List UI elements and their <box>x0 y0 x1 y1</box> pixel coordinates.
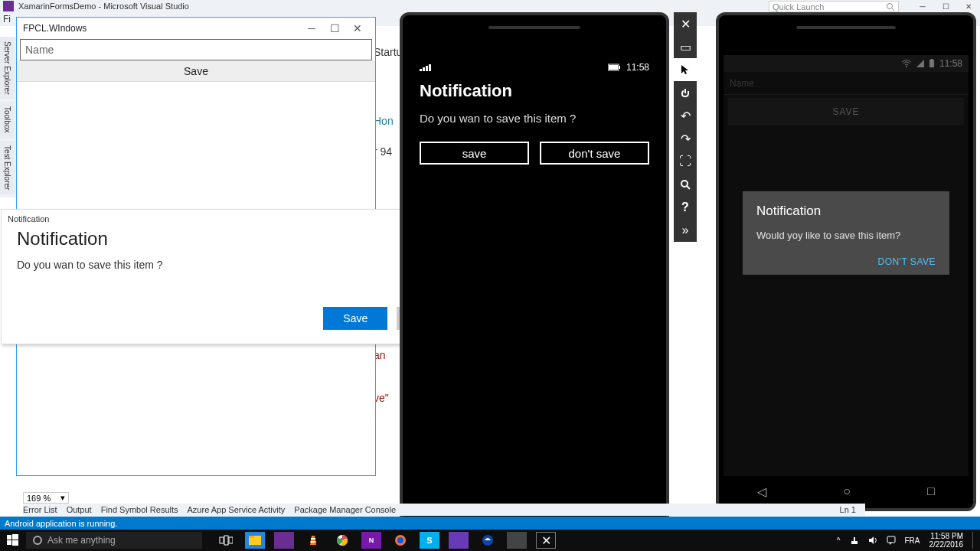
paint-icon[interactable] <box>478 532 498 549</box>
help-icon[interactable]: ? <box>674 196 697 219</box>
close-icon[interactable]: ✕ <box>346 22 369 34</box>
tab-pkg-manager[interactable]: Package Manager Console <box>294 505 396 514</box>
svg-rect-21 <box>220 537 224 543</box>
close-icon[interactable]: ✕ <box>957 1 980 12</box>
action-center-icon[interactable] <box>887 536 896 545</box>
zoom-icon[interactable] <box>674 173 697 196</box>
svg-point-11 <box>681 181 688 187</box>
app-icon[interactable] <box>449 532 469 549</box>
skype-icon[interactable]: S <box>420 532 439 549</box>
svg-rect-23 <box>229 537 233 543</box>
vs-title: XamarinFormsDemo - Microsoft Visual Stud… <box>18 2 189 11</box>
svg-point-20 <box>34 536 41 544</box>
wp-save-button[interactable]: save <box>420 142 529 165</box>
back-icon[interactable]: ◁ <box>757 484 766 499</box>
svg-rect-25 <box>249 536 254 538</box>
rotate-left-icon[interactable]: ↶ <box>674 104 697 127</box>
svg-rect-35 <box>887 536 895 543</box>
onenote-icon[interactable]: N <box>361 532 381 549</box>
firefox-icon[interactable] <box>390 532 410 549</box>
name-input[interactable]: Name <box>20 39 372 60</box>
vs-title-bar: XamarinFormsDemo - Microsoft Visual Stud… <box>0 0 980 12</box>
side-test-explorer[interactable]: Test Explorer <box>0 141 15 194</box>
search-icon <box>886 2 895 11</box>
battery-icon <box>608 64 622 71</box>
tab-error-list[interactable]: Error List <box>23 505 57 514</box>
network-icon[interactable] <box>850 536 859 545</box>
tray-expand-icon[interactable]: ^ <box>837 536 841 545</box>
vs-logo-icon <box>3 1 14 11</box>
tab-find-symbol[interactable]: Find Symbol Results <box>101 505 178 514</box>
android-notification-dialog: Notification Would yoy like to save this… <box>743 191 949 275</box>
svg-rect-19 <box>12 540 18 546</box>
fit-screen-icon[interactable]: ⛶ <box>674 150 697 173</box>
svg-rect-16 <box>7 535 11 540</box>
recent-icon[interactable]: □ <box>927 484 935 498</box>
side-toolbox[interactable]: Toolbox <box>0 102 15 137</box>
rotate-right-icon[interactable]: ↷ <box>674 127 697 150</box>
vs-lncol: Ln 1 <box>840 505 856 514</box>
wp-message: Do you wan to save this item ? <box>420 112 649 125</box>
wp-dont-save-button[interactable]: don't save <box>540 142 649 165</box>
pointer-icon[interactable] <box>674 58 697 81</box>
explorer-icon[interactable] <box>245 532 265 549</box>
save-button[interactable]: Save <box>17 60 375 82</box>
close-icon[interactable]: ✕ <box>674 12 697 35</box>
svg-point-0 <box>887 3 893 8</box>
expand-icon[interactable]: » <box>674 219 697 242</box>
app-icon[interactable] <box>507 532 527 549</box>
keyboard-lang[interactable]: FRA <box>905 536 920 545</box>
chrome-icon[interactable] <box>332 532 352 549</box>
save-button[interactable]: Save <box>323 307 387 330</box>
vs-status-bar: Android application is running. <box>0 517 980 530</box>
volume-icon[interactable] <box>868 536 877 545</box>
android-dont-save-button[interactable]: DON'T SAVE <box>877 256 936 267</box>
clock[interactable]: 11:58 PM 2/22/2016 <box>929 532 964 549</box>
svg-rect-4 <box>619 66 620 69</box>
side-server-explorer[interactable]: Server Explorer <box>0 37 15 99</box>
home-icon[interactable]: ○ <box>843 484 851 498</box>
app-title: FPCL.WIndows <box>23 23 87 34</box>
android-dialog-message: Would yoy like to save this item? <box>756 230 936 241</box>
windows-taskbar: Ask me anything N S ✕ ^ FRA 11:58 PM 2/2… <box>0 530 980 551</box>
svg-point-31 <box>397 537 403 543</box>
vs-side-tabs: Server Explorer Toolbox Test Explorer <box>0 37 17 197</box>
svg-rect-18 <box>7 540 11 545</box>
wp-emulator-toolbar: ✕ ▭ ↶ ↷ ⛶ ? » <box>674 12 697 242</box>
android-dialog-title: Notification <box>756 204 936 219</box>
svg-rect-26 <box>311 538 315 540</box>
show-desktop[interactable] <box>972 532 977 549</box>
svg-rect-27 <box>311 541 316 543</box>
task-view-icon[interactable] <box>216 532 236 549</box>
tab-azure-service[interactable]: Azure App Service Activity <box>188 505 286 514</box>
start-button[interactable] <box>0 534 26 546</box>
minimize-icon[interactable]: ▭ <box>674 35 697 58</box>
cortana-icon <box>32 535 43 546</box>
svg-line-1 <box>892 8 894 11</box>
touch-icon[interactable] <box>674 81 697 104</box>
visual-studio-icon[interactable] <box>274 532 294 549</box>
android-emulator: 11:58 Name SAVE Notification Would yoy l… <box>716 12 976 511</box>
svg-rect-22 <box>224 536 228 545</box>
minimize-icon[interactable]: ─ <box>911 1 934 12</box>
speaker-icon <box>488 26 580 29</box>
speaker-icon <box>796 26 896 29</box>
maximize-icon[interactable]: ☐ <box>323 22 346 34</box>
svg-rect-17 <box>12 534 18 540</box>
taskbar-search[interactable]: Ask me anything <box>26 532 202 549</box>
android-dialog-overlay: Notification Would yoy like to save this… <box>724 55 969 476</box>
zoom-input[interactable]: 169 %▾ <box>23 492 69 504</box>
quick-launch-input[interactable]: Quick Launch <box>769 1 899 12</box>
menu-file[interactable]: Fi <box>3 14 11 24</box>
maximize-icon[interactable]: ☐ <box>934 1 957 12</box>
minimize-icon[interactable]: ─ <box>300 22 323 34</box>
app-icon[interactable]: ✕ <box>536 532 556 549</box>
vlc-icon[interactable] <box>303 532 323 549</box>
svg-rect-34 <box>854 537 855 542</box>
wp-emulator: 11:58 Notification Do you wan to save th… <box>400 12 669 548</box>
wp-time: 11:58 <box>626 62 649 73</box>
svg-rect-3 <box>609 65 618 70</box>
tab-output[interactable]: Output <box>67 505 92 514</box>
svg-line-12 <box>687 186 690 189</box>
wp-heading: Notification <box>420 81 649 101</box>
